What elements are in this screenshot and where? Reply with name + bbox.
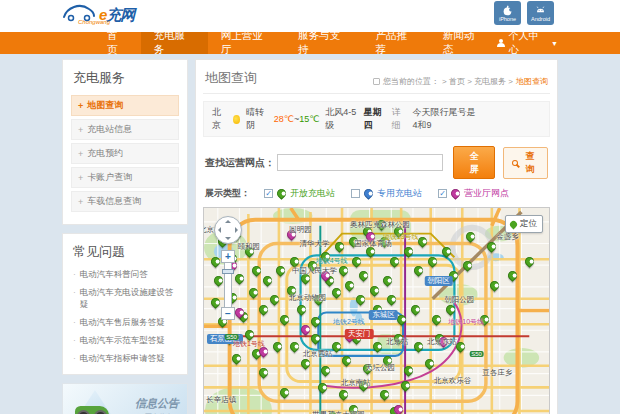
charging-station-pin[interactable] [413,340,426,353]
charging-station-pin[interactable] [506,269,519,282]
charging-station-pin[interactable] [250,264,263,277]
site-logo[interactable]: Chongwang e充网 [62,2,134,22]
sidebar-item[interactable]: +地图查询 [71,95,179,116]
charging-station-pin[interactable] [268,294,281,307]
charging-station-pin[interactable] [409,303,422,316]
business-hall-pin[interactable] [299,323,312,336]
charging-station-pin[interactable] [230,352,243,365]
nav-item[interactable]: 网上营业厅 [208,32,285,54]
filter-option[interactable]: 专用充电站 [351,187,422,200]
map-place-label: 北京南站 [341,378,371,388]
charging-station-pin[interactable] [382,274,395,287]
charging-station-pin[interactable] [378,388,391,401]
filter-option-label: 营业厅网点 [464,187,509,200]
charging-station-pin[interactable] [333,240,346,253]
charging-station-pin[interactable] [275,264,288,277]
faq-item[interactable]: ·电动汽车指标申请答疑 [73,353,179,365]
iphone-app-button[interactable]: iPhone [494,1,521,25]
charging-station-pin[interactable] [316,381,329,394]
charging-station-pin[interactable] [288,340,301,353]
breadcrumb-path[interactable]: > 首页 > 充电服务 > [442,76,513,87]
charging-station-pin[interactable] [388,255,401,268]
sidebar-item[interactable]: +充电预约 [71,143,179,164]
info-notice-banner[interactable]: 信息公告 更多信息 > [62,383,188,414]
weather-detail-link[interactable]: 详细 [392,106,407,132]
faq-item[interactable]: ·电动汽车售后服务答疑 [73,317,179,329]
nav-item[interactable]: 产品推荐 [363,32,430,54]
charging-station-pin[interactable] [319,364,332,377]
sidebar-item[interactable]: +充电站信息 [71,119,179,140]
charging-station-pin[interactable] [399,379,412,392]
faq-item[interactable]: ·电动汽车科普问答 [73,269,179,281]
charging-station-pin[interactable] [440,245,453,258]
charging-station-pin[interactable] [309,315,322,328]
search-input[interactable] [277,154,443,171]
charging-station-pin[interactable] [423,357,436,370]
charging-station-pin[interactable] [330,286,343,299]
locate-button[interactable]: 定位 [505,215,543,233]
sidebar-faq-box: 常见问题 ·电动汽车科普问答·电动汽车充电设施建设答疑·电动汽车售后服务答疑·电… [62,233,188,375]
charging-station-pin[interactable] [357,269,370,282]
charging-station-pin[interactable] [209,255,222,268]
sidebar-item[interactable]: +卡账户查询 [71,167,179,188]
charging-station-pin[interactable] [464,230,477,243]
charging-station-pin[interactable] [523,255,536,268]
charging-station-pin[interactable] [340,354,353,367]
app-download-buttons: iPhone Android [494,1,554,25]
checkbox[interactable]: ✓ [438,189,447,198]
charging-station-pin[interactable] [344,279,357,292]
query-button[interactable]: 查询 [503,147,548,179]
zoom-slider-track[interactable] [224,263,232,307]
charging-station-pin[interactable] [430,313,443,326]
chevron-down-icon: ▼ [551,40,558,47]
charging-station-pin[interactable] [402,245,415,258]
fullscreen-button[interactable]: 全屏 [453,146,495,179]
charging-station-pin[interactable] [278,386,291,399]
charging-station-pin[interactable] [261,274,274,287]
charging-station-pin[interactable] [461,260,474,273]
nav-item[interactable]: 首页 [94,32,141,54]
charging-station-pin[interactable] [257,367,270,380]
map-place-label: 北京欢乐谷 [434,376,472,386]
nav-item[interactable]: 新闻动态 [430,32,497,54]
map-pan-control[interactable] [214,216,242,244]
charging-station-pin[interactable] [271,340,284,353]
filter-option[interactable]: ✓营业厅网点 [438,187,509,200]
filter-options: ✓开放充电站专用充电站✓营业厅网点 [264,187,509,200]
charging-station-pin[interactable] [247,286,260,299]
zoom-out-button[interactable]: − [221,307,235,320]
charging-station-pin[interactable] [488,279,501,292]
zoom-slider-handle[interactable] [222,269,234,274]
charging-station-pin[interactable] [350,255,363,268]
sidebar-item-label: 卡账户查询 [87,171,132,184]
charging-station-pin[interactable] [257,303,270,316]
charging-station-pin[interactable] [278,313,291,326]
charging-station-pin[interactable] [209,296,222,309]
sidebar-item[interactable]: +车载信息查询 [71,191,179,212]
charging-station-pin[interactable] [233,272,246,285]
checkbox[interactable]: ✓ [264,189,273,198]
charging-station-pin[interactable] [413,264,426,277]
charging-station-pin[interactable] [295,303,308,316]
filter-option[interactable]: ✓开放充电站 [264,187,335,200]
android-app-button[interactable]: Android [527,1,554,25]
faq-item[interactable]: ·电动汽车示范车型答疑 [73,335,179,347]
faq-item[interactable]: ·电动汽车充电设施建设答疑 [73,287,179,311]
filter-option-label: 专用充电站 [377,187,422,200]
baidu-map[interactable]: 北京植物园颐和园圆明园清华大学奥林匹克森林公园国家体育场中国人民大学北京动物园朝… [203,207,550,414]
nav-item[interactable]: 充电服务 [141,32,208,54]
charging-station-pin[interactable] [426,255,439,268]
charging-station-pin[interactable] [402,364,415,377]
charging-station-pin[interactable] [385,294,398,307]
nav-item[interactable]: 服务与支持 [285,32,362,54]
charging-station-pin[interactable] [337,388,350,401]
charging-station-pin[interactable] [354,294,367,307]
zoom-in-button[interactable]: + [221,250,235,263]
charging-station-pin[interactable] [371,340,384,353]
charging-station-pin[interactable] [368,284,381,297]
pin-icon [275,187,288,200]
checkbox[interactable] [351,189,360,198]
user-center-menu[interactable]: 个人中心 ▼ [497,32,558,54]
map-zoom-control: + − [221,250,235,320]
charging-station-pin[interactable] [309,332,322,345]
